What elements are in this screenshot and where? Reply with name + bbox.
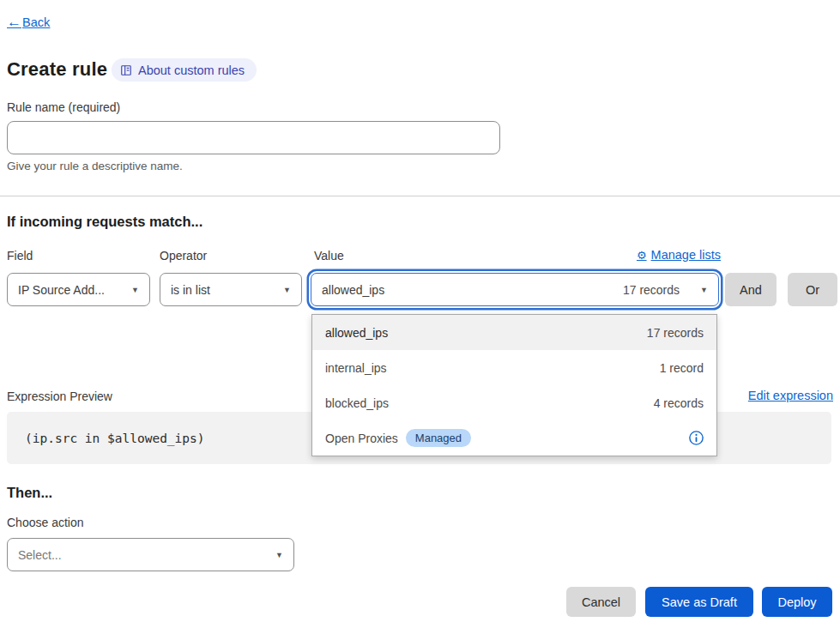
chevron-down-icon: ▼	[275, 286, 291, 294]
chevron-down-icon: ▼	[267, 551, 283, 559]
value-select[interactable]: allowed_ips 17 records ▼	[311, 273, 719, 306]
back-label: Back	[22, 15, 50, 29]
value-dropdown-panel: allowed_ips 17 records internal_ips 1 re…	[311, 314, 717, 456]
and-button[interactable]: And	[725, 273, 777, 306]
then-section-heading: Then...	[7, 485, 52, 501]
list-item-open-proxies[interactable]: Open Proxies Managed	[312, 420, 716, 456]
book-icon	[120, 64, 132, 76]
edit-expression-link[interactable]: Edit expression	[748, 389, 833, 402]
expression-code: (ip.src in $allowed_ips)	[25, 432, 205, 445]
section-divider	[0, 196, 840, 196]
rule-name-helper-text: Give your rule a descriptive name.	[7, 160, 183, 172]
list-item-name: blocked_ips	[325, 396, 389, 410]
operator-select-value: is in list	[171, 283, 210, 297]
manage-lists-label: Manage lists	[651, 248, 721, 262]
field-select[interactable]: IP Source Add... ▼	[7, 273, 150, 306]
deploy-button[interactable]: Deploy	[762, 587, 832, 617]
page-title: Create rule	[7, 58, 107, 81]
cancel-button[interactable]: Cancel	[566, 587, 636, 617]
expression-preview-label: Expression Preview	[7, 389, 112, 403]
managed-badge: Managed	[406, 429, 471, 447]
match-section-heading: If incoming requests match...	[7, 214, 202, 230]
list-item-record-count: 4 records	[654, 396, 704, 410]
list-item-internal-ips[interactable]: internal_ips 1 record	[312, 350, 716, 385]
action-select[interactable]: Select... ▼	[7, 538, 294, 571]
action-select-placeholder: Select...	[18, 548, 62, 562]
list-item-record-count: 17 records	[647, 326, 704, 340]
rule-name-label: Rule name (required)	[7, 100, 120, 114]
list-item-allowed-ips[interactable]: allowed_ips 17 records	[312, 315, 716, 350]
value-select-record-count: 17 records	[623, 283, 680, 297]
list-item-record-count: 1 record	[660, 361, 704, 375]
list-item-blocked-ips[interactable]: blocked_ips 4 records	[312, 385, 716, 420]
list-item-name: allowed_ips	[325, 326, 388, 340]
value-select-value: allowed_ips	[322, 283, 384, 297]
back-arrow-icon: ←	[7, 14, 21, 31]
about-badge-label: About custom rules	[138, 63, 245, 77]
about-custom-rules-badge[interactable]: About custom rules	[112, 58, 257, 82]
choose-action-label: Choose action	[7, 516, 84, 529]
operator-label: Operator	[160, 249, 207, 263]
save-as-draft-button[interactable]: Save as Draft	[645, 587, 753, 617]
field-select-value: IP Source Add...	[18, 283, 105, 297]
info-icon[interactable]	[689, 431, 704, 445]
back-link[interactable]: ←Back	[7, 14, 50, 31]
list-item-name: internal_ips	[325, 361, 387, 375]
rule-name-input[interactable]	[7, 121, 500, 154]
manage-lists-link[interactable]: ⚙ Manage lists	[637, 248, 721, 262]
field-label: Field	[7, 249, 33, 263]
value-label: Value	[314, 249, 344, 263]
or-button[interactable]: Or	[788, 273, 837, 306]
chevron-down-icon: ▼	[123, 286, 139, 294]
chevron-down-icon: ▼	[692, 286, 708, 294]
gear-icon: ⚙	[637, 250, 647, 261]
list-item-name: Open Proxies	[325, 432, 398, 445]
operator-select[interactable]: is in list ▼	[160, 273, 302, 306]
